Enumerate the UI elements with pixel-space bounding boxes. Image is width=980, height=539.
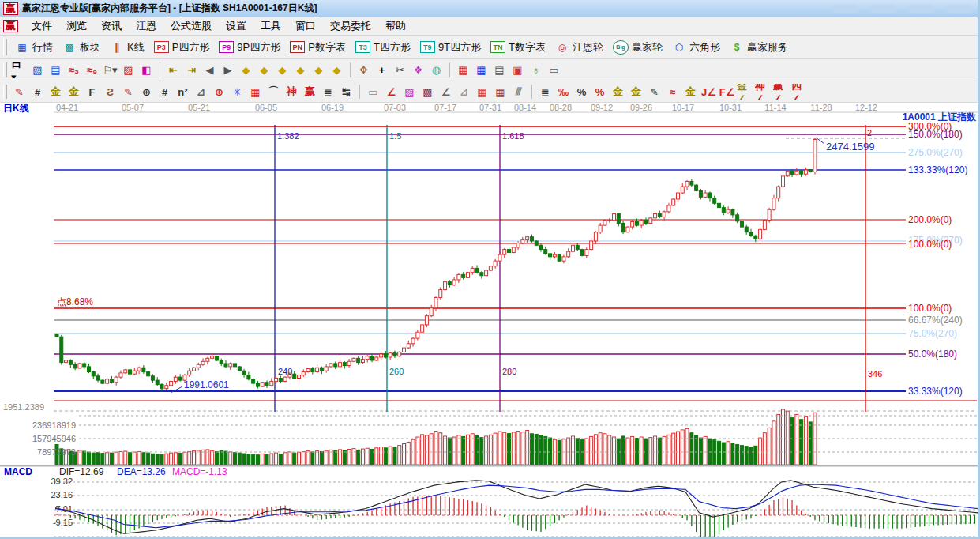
hexagon-button[interactable]: ⬡六角形 — [667, 39, 725, 56]
quotes-button[interactable]: ▦行情 — [10, 39, 58, 56]
9t-square-button[interactable]: T99T四方形 — [415, 39, 486, 56]
menu-item-2[interactable]: 资讯 — [94, 17, 129, 35]
wave3-icon[interactable]: ≈₃ — [66, 62, 82, 78]
spider-web-tool[interactable]: ✳ — [229, 84, 246, 100]
menu-item-3[interactable]: 江恩 — [129, 17, 163, 35]
p-number-table-button[interactable]: PNP数字表 — [285, 39, 351, 56]
span-arrows-tool[interactable]: ↹ — [338, 84, 355, 100]
diamond-compress-button[interactable]: ◆ — [292, 62, 309, 78]
wave-channel-tool[interactable]: ≈ — [664, 84, 681, 100]
hash-tool[interactable]: # — [156, 84, 173, 100]
toolbar-grip[interactable] — [3, 85, 7, 99]
pattern-window-icon[interactable]: ▧ — [29, 62, 46, 78]
titlebar[interactable]: 赢 赢家江恩专业版[赢家内部服务平台] - [上证指数 SH1A0001-167… — [0, 0, 980, 17]
t-square-button[interactable]: T3T四方形 — [351, 39, 415, 56]
brush-tool[interactable]: ✎ — [11, 84, 28, 100]
titlebar-blurred-control[interactable] — [945, 5, 972, 13]
gold-gate2-tool[interactable]: 金 — [66, 84, 82, 100]
menu-item-4[interactable]: 公式选股 — [163, 17, 219, 35]
four-angle-tool[interactable]: 四∠ — [791, 84, 808, 100]
ruler123-tool[interactable]: ≣ — [320, 84, 336, 100]
menu-item-1[interactable]: 浏览 — [59, 17, 94, 35]
window-controls[interactable] — [832, 5, 972, 13]
kline-button[interactable]: ∥K线 — [105, 39, 149, 56]
titlebar-blurred-control[interactable] — [832, 5, 858, 13]
diamond-compress-all-button[interactable]: ◆ — [329, 62, 345, 78]
box-select-tool[interactable]: ▭ — [365, 84, 381, 100]
pen2-tool[interactable]: ✎ — [120, 84, 137, 100]
slant-lines-tool[interactable]: ⫻ — [510, 84, 527, 100]
color-histogram-icon[interactable]: ◧ — [138, 62, 155, 78]
percent-tool[interactable]: % — [573, 84, 590, 100]
scale-bars-tool[interactable]: ≣ — [537, 84, 554, 100]
nav-first-button[interactable]: ⇤ — [165, 62, 182, 78]
gold-under-tool[interactable]: 金 — [682, 84, 699, 100]
nav-next-button[interactable]: ▶ — [220, 62, 236, 78]
angle-mirror-tool[interactable]: ⊿ — [193, 84, 209, 100]
percent-zone-tool[interactable]: ‰ — [555, 84, 572, 100]
diamond-right-button[interactable]: ◆ — [256, 62, 272, 78]
menu-item-6[interactable]: 工具 — [253, 17, 288, 35]
grid-dense-tool[interactable]: ▦ — [492, 84, 509, 100]
knot-tool[interactable]: ❖ — [410, 62, 426, 78]
shen-angle-tool[interactable]: 神∠ — [755, 84, 772, 100]
f-angle-tool[interactable]: F∠ — [719, 84, 735, 100]
arc-tool[interactable]: ⌒ — [265, 84, 282, 100]
gold-gate1-tool[interactable]: 金 — [47, 84, 64, 100]
menu-item-5[interactable]: 设置 — [219, 17, 253, 35]
cycle-circle-tool[interactable]: ⊕ — [138, 84, 155, 100]
titlebar-blurred-control[interactable] — [869, 5, 896, 13]
fan-lines-tool[interactable]: ∠ — [383, 84, 400, 100]
diamond-expand-button[interactable]: ◆ — [274, 62, 291, 78]
j-angle-tool[interactable]: J∠ — [700, 84, 717, 100]
angle-lines-tool[interactable]: ∠ — [437, 84, 454, 100]
spiral-tool[interactable]: Ƨ — [102, 84, 118, 100]
winner-wheel-button[interactable]: Big赢家轮 — [608, 39, 667, 56]
chart-canvas[interactable]: 04-2105-0705-2106-0506-1907-0307-1707-31… — [0, 103, 980, 539]
f-line-tool[interactable]: F — [84, 84, 100, 100]
diamond-expand-all-button[interactable]: ◆ — [310, 62, 327, 78]
calculator-icon[interactable]: ▦ — [473, 62, 490, 78]
scissors-tool[interactable]: ✂ — [392, 62, 408, 78]
toolbar-grip[interactable] — [3, 62, 7, 77]
tick-ruler-tool[interactable]: # — [29, 84, 46, 100]
menu-item-7[interactable]: 窗口 — [288, 17, 323, 35]
menu-item-9[interactable]: 帮助 — [378, 17, 413, 35]
notes-icon[interactable]: ▤ — [491, 62, 508, 78]
hatch-box-tool[interactable]: ▩ — [419, 84, 436, 100]
p-square-button[interactable]: P3P四方形 — [149, 39, 215, 56]
gold-circle-tool[interactable]: 金 — [610, 84, 626, 100]
n-square-tool[interactable]: n² — [175, 84, 191, 100]
menu-item-0[interactable]: 文件 — [24, 17, 59, 35]
target-cross-tool[interactable]: ⊕ — [211, 84, 227, 100]
winner-service-button[interactable]: $赢家服务 — [725, 39, 793, 56]
ink-pen-tool[interactable]: ✎ — [646, 84, 663, 100]
crosshair-tool[interactable]: + — [374, 62, 390, 78]
grid-red-tool[interactable]: ▦ — [474, 84, 490, 100]
gann-zone-icon[interactable]: ▨ — [120, 62, 137, 78]
gold-angle-tool[interactable]: 金∠ — [737, 84, 753, 100]
percent-line-tool[interactable]: % — [591, 84, 608, 100]
nav-last-button[interactable]: ⇥ — [183, 62, 200, 78]
calendar-icon[interactable]: ▦ — [455, 62, 471, 78]
9p-square-button[interactable]: P99P四方形 — [214, 39, 285, 56]
net-box-tool[interactable]: ▦ — [247, 84, 264, 100]
check-lines-tool[interactable]: ⊿ — [456, 84, 472, 100]
diamond-left-button[interactable]: ◆ — [238, 62, 254, 78]
save-icon[interactable]: ▣ — [509, 62, 526, 78]
fan-box-tool[interactable]: ▨ — [401, 84, 418, 100]
wave9-icon[interactable]: ≈₉ — [84, 62, 100, 78]
gann-wheel-button[interactable]: ◎江恩轮 — [550, 39, 608, 56]
maze-tool[interactable]: ◍ — [428, 62, 445, 78]
menu-item-8[interactable]: 交易委托 — [323, 17, 378, 35]
period-day-dropdown[interactable]: 日 ▾ — [11, 62, 28, 78]
toolbar-grip[interactable] — [3, 39, 7, 55]
ying-tool[interactable]: 赢 — [302, 84, 318, 100]
web-export-icon[interactable]: ♁ — [528, 62, 544, 78]
note-list-icon[interactable]: ▤ — [47, 62, 64, 78]
flag-dropdown[interactable]: ⚐▾ — [102, 62, 118, 78]
shen-tool[interactable]: 神 — [283, 84, 300, 100]
hand-drag-tool[interactable]: ✥ — [355, 62, 372, 78]
titlebar-blurred-control[interactable] — [907, 5, 934, 13]
nav-prev-button[interactable]: ◀ — [201, 62, 218, 78]
